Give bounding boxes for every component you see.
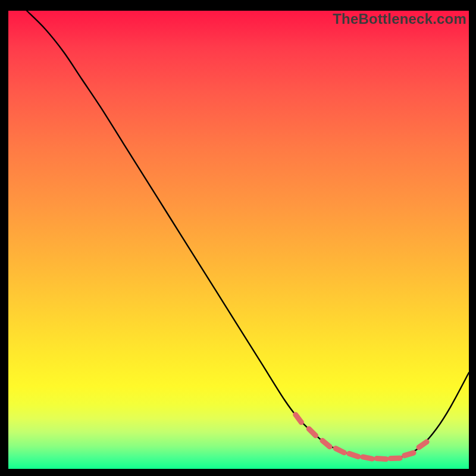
bottleneck-curve: [27, 11, 469, 459]
dash-marker: [309, 429, 315, 436]
plot-area: TheBottleneck.com: [8, 11, 469, 469]
dash-marker: [349, 453, 358, 456]
dash-band-markers: [296, 415, 427, 459]
dash-marker: [390, 458, 400, 459]
dash-marker: [336, 449, 344, 453]
dash-marker: [419, 442, 427, 447]
dash-marker: [363, 457, 372, 459]
dash-marker: [322, 441, 330, 447]
dash-marker: [377, 459, 386, 459]
dash-marker: [405, 453, 414, 456]
chart-frame: TheBottleneck.com: [0, 0, 476, 476]
dash-marker: [296, 415, 302, 422]
curve-layer: [8, 11, 469, 469]
